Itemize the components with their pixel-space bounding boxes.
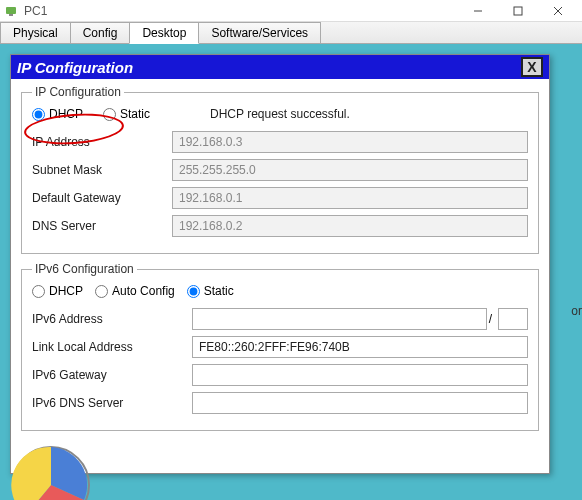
svg-rect-1 bbox=[9, 14, 13, 16]
ip-address-input[interactable] bbox=[172, 131, 528, 153]
ipv6-static-radio-input[interactable] bbox=[187, 285, 200, 298]
tab-bar: Physical Config Desktop Software/Service… bbox=[0, 22, 582, 44]
static-label: Static bbox=[120, 107, 150, 121]
ipv6-dhcp-radio[interactable]: DHCP bbox=[32, 284, 83, 298]
close-button[interactable] bbox=[538, 1, 578, 21]
tab-desktop[interactable]: Desktop bbox=[129, 22, 199, 44]
link-local-label: Link Local Address bbox=[32, 340, 192, 354]
dhcp-radio[interactable]: DHCP bbox=[32, 107, 83, 121]
ipv6-dns-input[interactable] bbox=[192, 392, 528, 414]
dns-input[interactable] bbox=[172, 215, 528, 237]
ipv6-configuration-group: IPv6 Configuration DHCP Auto Config Stat… bbox=[21, 262, 539, 431]
ipv6-config-legend: IPv6 Configuration bbox=[32, 262, 137, 276]
subnet-mask-label: Subnet Mask bbox=[32, 163, 172, 177]
pie-chart-icon[interactable] bbox=[6, 440, 96, 500]
window-titlebar: PC1 bbox=[0, 0, 582, 22]
ip-config-dialog: IP Configuration X IP Configuration DHCP… bbox=[10, 54, 550, 474]
ipv6-prefix-input[interactable] bbox=[498, 308, 528, 330]
minimize-button[interactable] bbox=[458, 1, 498, 21]
gateway-input[interactable] bbox=[172, 187, 528, 209]
ipv6-address-label: IPv6 Address bbox=[32, 312, 192, 326]
ipv6-static-radio[interactable]: Static bbox=[187, 284, 234, 298]
ipv6-auto-radio[interactable]: Auto Config bbox=[95, 284, 175, 298]
link-local-input[interactable] bbox=[192, 336, 528, 358]
static-radio[interactable]: Static bbox=[103, 107, 150, 121]
gateway-label: Default Gateway bbox=[32, 191, 172, 205]
app-icon bbox=[4, 4, 18, 18]
ipv6-address-input[interactable] bbox=[192, 308, 487, 330]
background-text-fragment: or bbox=[571, 304, 582, 318]
ipv6-dhcp-radio-input[interactable] bbox=[32, 285, 45, 298]
svg-rect-3 bbox=[514, 7, 522, 15]
dialog-header: IP Configuration X bbox=[11, 55, 549, 79]
static-radio-input[interactable] bbox=[103, 108, 116, 121]
subnet-mask-input[interactable] bbox=[172, 159, 528, 181]
dialog-title: IP Configuration bbox=[17, 59, 133, 76]
dns-label: DNS Server bbox=[32, 219, 172, 233]
prefix-separator: / bbox=[489, 312, 492, 326]
maximize-button[interactable] bbox=[498, 1, 538, 21]
dhcp-label: DHCP bbox=[49, 107, 83, 121]
ipv6-dns-label: IPv6 DNS Server bbox=[32, 396, 192, 410]
ipv6-gateway-label: IPv6 Gateway bbox=[32, 368, 192, 382]
ipv6-static-label: Static bbox=[204, 284, 234, 298]
ip-configuration-group: IP Configuration DHCP Static DHCP reques… bbox=[21, 85, 539, 254]
dhcp-radio-input[interactable] bbox=[32, 108, 45, 121]
ipv6-auto-label: Auto Config bbox=[112, 284, 175, 298]
ipv6-auto-radio-input[interactable] bbox=[95, 285, 108, 298]
ip-config-legend: IP Configuration bbox=[32, 85, 124, 99]
ipv6-dhcp-label: DHCP bbox=[49, 284, 83, 298]
desktop-workspace: or IP Configuration X IP Configuration D… bbox=[0, 44, 582, 500]
ipv6-gateway-input[interactable] bbox=[192, 364, 528, 386]
window-buttons bbox=[458, 1, 578, 21]
dhcp-status: DHCP request successful. bbox=[210, 107, 350, 121]
tab-config[interactable]: Config bbox=[70, 22, 131, 43]
tab-software[interactable]: Software/Services bbox=[198, 22, 321, 43]
ip-address-label: IP Address bbox=[32, 135, 172, 149]
tab-physical[interactable]: Physical bbox=[0, 22, 71, 43]
dialog-close-button[interactable]: X bbox=[521, 57, 543, 77]
window-title: PC1 bbox=[24, 4, 458, 18]
svg-rect-0 bbox=[6, 7, 16, 14]
